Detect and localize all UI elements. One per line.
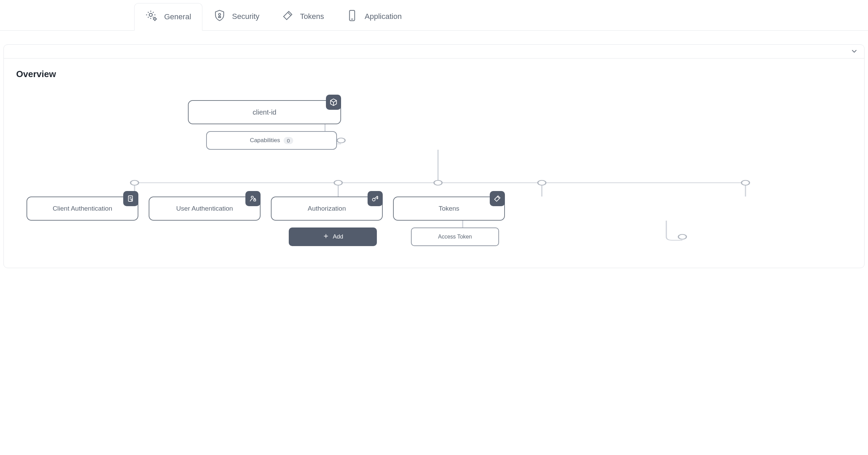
svg-rect-24 <box>254 199 256 201</box>
ticket-icon <box>490 191 505 206</box>
tab-tokens[interactable]: Tokens <box>271 3 335 30</box>
tab-security[interactable]: Security <box>202 3 270 30</box>
gear-icon <box>146 10 158 24</box>
node-client-authentication[interactable]: Client Authentication <box>27 197 138 221</box>
node-client[interactable]: client-id <box>188 100 341 124</box>
node-client-label: client-id <box>253 108 276 116</box>
node-authorization-label: Authorization <box>308 205 346 212</box>
document-icon <box>123 191 138 206</box>
tabs-bar: General Security Tokens Application <box>0 0 868 31</box>
node-capabilities[interactable]: Capabilities 0 <box>206 131 337 150</box>
tab-general[interactable]: General <box>134 3 202 31</box>
tab-application-label: Application <box>364 12 402 21</box>
svg-point-0 <box>149 13 152 17</box>
overview-panel: Overview <box>3 44 865 268</box>
node-authorization[interactable]: Authorization <box>271 197 383 221</box>
node-access-token-label: Access Token <box>438 234 472 240</box>
tab-security-label: Security <box>232 12 259 21</box>
svg-point-12 <box>130 180 138 185</box>
tab-application[interactable]: Application <box>335 3 413 30</box>
authorization-add-label: Add <box>333 233 343 240</box>
svg-point-5 <box>337 138 345 143</box>
svg-point-13 <box>334 180 342 185</box>
user-lock-icon <box>245 191 261 206</box>
phone-icon <box>346 9 358 24</box>
panel-title: Overview <box>16 69 864 80</box>
package-icon <box>326 95 341 110</box>
capabilities-count-badge: 0 <box>284 137 293 144</box>
svg-point-16 <box>741 180 749 185</box>
node-capabilities-label: Capabilities <box>250 137 280 144</box>
tab-tokens-label: Tokens <box>300 12 324 21</box>
chevron-down-icon[interactable] <box>850 47 858 55</box>
node-tokens[interactable]: Tokens <box>393 197 505 221</box>
shield-icon <box>213 9 226 24</box>
svg-point-23 <box>251 196 253 198</box>
authorization-add-button[interactable]: Add <box>289 227 377 246</box>
plus-icon <box>322 233 329 241</box>
node-user-authentication-label: User Authentication <box>176 205 233 212</box>
svg-point-14 <box>434 180 442 185</box>
key-icon <box>368 191 383 206</box>
node-tokens-label: Tokens <box>438 205 459 212</box>
svg-point-18 <box>678 234 686 239</box>
overview-diagram: client-id Capabilities 0 Client Authenti… <box>4 86 864 265</box>
ticket-icon <box>282 9 294 24</box>
node-client-authentication-label: Client Authentication <box>53 205 112 212</box>
tab-general-label: General <box>164 12 191 21</box>
svg-point-1 <box>154 18 156 20</box>
node-user-authentication[interactable]: User Authentication <box>149 197 261 221</box>
svg-point-15 <box>538 180 546 185</box>
svg-point-22 <box>131 199 133 200</box>
panel-header <box>4 45 864 59</box>
node-access-token[interactable]: Access Token <box>411 227 499 246</box>
svg-point-2 <box>219 13 221 15</box>
svg-point-25 <box>372 198 375 201</box>
